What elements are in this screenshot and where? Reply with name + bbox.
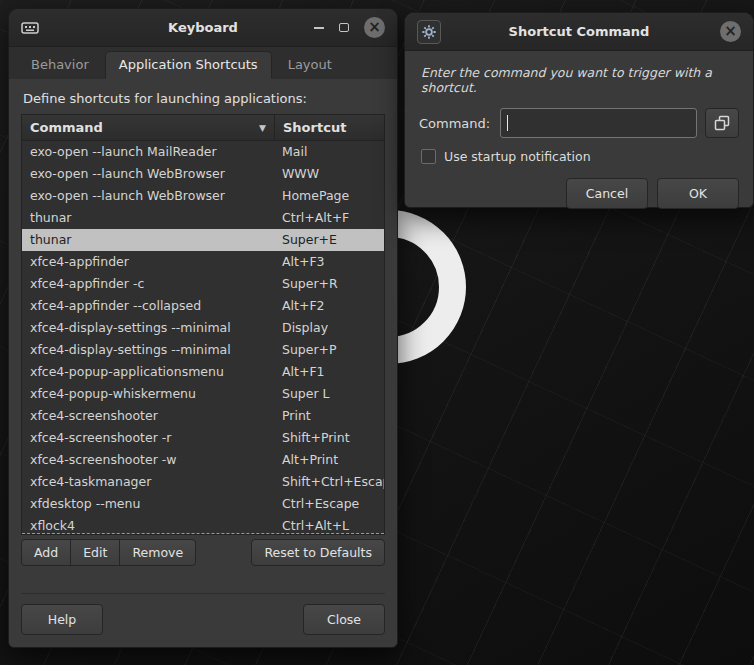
command-cell: exo-open --launch WebBrowser [22,163,274,185]
keyboard-icon [21,21,39,35]
maximize-button[interactable] [339,23,349,32]
shortcut-cell: Shift+Ctrl+Escape [274,471,384,493]
tab-application-shortcuts[interactable]: Application Shortcuts [105,51,272,79]
remove-button[interactable]: Remove [119,539,196,566]
dialog-body: Enter the command you want to trigger wi… [405,51,753,221]
maximize-icon [339,23,349,32]
command-cell: exo-open --launch MailReader [22,141,274,163]
command-cell: exo-open --launch WebBrowser [22,185,274,207]
table-row[interactable]: xfce4-appfinder -cSuper+R [22,273,384,295]
window-actions: Help Close [21,604,385,635]
startup-notification-option[interactable]: Use startup notification [421,149,739,164]
shortcut-cell: Super+P [274,339,384,361]
command-cell: thunar [22,207,274,229]
command-cell: xfce4-appfinder [22,251,274,273]
shortcut-command-dialog: Shortcut Command × Enter the command you… [404,12,754,208]
command-cell: xflock4 [22,515,274,534]
table-row[interactable]: xfce4-appfinder --collapsedAlt+F2 [22,295,384,317]
shortcut-cell: Alt+F1 [274,361,384,383]
separator [21,593,385,594]
command-input[interactable] [500,108,697,138]
command-cell: xfce4-taskmanager [22,471,274,493]
dialog-instruction: Enter the command you want to trigger wi… [421,65,739,95]
shortcuts-table: Command ▼ Shortcut exo-open --launch Mai… [21,114,385,535]
application-shortcuts-panel: Define shortcuts for launching applicati… [9,79,397,647]
startup-notification-checkbox[interactable] [421,149,436,164]
command-cell: xfce4-popup-applicationsmenu [22,361,274,383]
column-header-shortcut[interactable]: Shortcut [274,115,384,140]
column-header-command[interactable]: Command ▼ [22,115,274,140]
startup-notification-label: Use startup notification [444,149,591,164]
cancel-button[interactable]: Cancel [566,178,648,209]
shortcut-cell: Ctrl+Escape [274,493,384,515]
tab-strip: Behavior Application Shortcuts Layout [9,47,397,79]
sort-desc-icon: ▼ [259,123,266,133]
shortcut-cell: Print [274,405,384,427]
windows-stack-icon [714,115,730,131]
table-row[interactable]: exo-open --launch WebBrowserHomePage [22,185,384,207]
table-row[interactable]: exo-open --launch WebBrowserWWW [22,163,384,185]
application-picker-button[interactable] [705,108,739,138]
command-cell: xfce4-screenshooter -r [22,427,274,449]
table-row[interactable]: xfce4-screenshooter -wAlt+Print [22,449,384,471]
edit-button-group: Add Edit Remove [21,539,196,566]
command-cell: xfce4-appfinder -c [22,273,274,295]
dialog-title: Shortcut Command [405,24,753,39]
table-row[interactable]: xflock4Ctrl+Alt+L [22,515,384,534]
table-row[interactable]: xfce4-popup-applicationsmenuAlt+F1 [22,361,384,383]
table-actions: Add Edit Remove Reset to Defaults [21,539,385,566]
command-cell: xfdesktop --menu [22,493,274,515]
table-row[interactable]: thunarSuper+E [22,229,384,251]
command-cell: xfce4-screenshooter [22,405,274,427]
edit-button[interactable]: Edit [70,539,120,566]
command-cell: xfce4-popup-whiskermenu [22,383,274,405]
shortcut-cell: WWW [274,163,384,185]
shortcut-cell: Alt+F3 [274,251,384,273]
shortcuts-description: Define shortcuts for launching applicati… [23,91,385,106]
ok-button[interactable]: OK [657,178,739,209]
command-cell: thunar [22,229,274,251]
table-row[interactable]: thunarCtrl+Alt+F [22,207,384,229]
close-window-button[interactable]: Close [303,604,385,635]
command-cell: xfce4-screenshooter -w [22,449,274,471]
shortcut-cell: Shift+Print [274,427,384,449]
keyboard-titlebar[interactable]: Keyboard × [9,9,397,47]
gear-icon [417,20,441,44]
tab-behavior[interactable]: Behavior [17,51,103,79]
column-header-command-label: Command [30,120,103,135]
tab-layout[interactable]: Layout [274,51,346,79]
command-input-wrap [500,108,697,138]
table-row[interactable]: xfce4-screenshooterPrint [22,405,384,427]
command-row: Command: [419,108,739,138]
help-button[interactable]: Help [21,604,103,635]
table-row[interactable]: xfce4-screenshooter -rShift+Print [22,427,384,449]
dialog-titlebar[interactable]: Shortcut Command × [405,13,753,51]
text-caret [507,115,508,131]
table-header: Command ▼ Shortcut [22,115,384,141]
window-close-button[interactable]: × [364,17,385,38]
table-row[interactable]: xfdesktop --menuCtrl+Escape [22,493,384,515]
table-row[interactable]: xfce4-display-settings --minimalSuper+P [22,339,384,361]
command-label: Command: [419,116,490,131]
shortcut-cell: Mail [274,141,384,163]
command-cell: xfce4-appfinder --collapsed [22,295,274,317]
shortcut-cell: Super L [274,383,384,405]
shortcut-cell: Display [274,317,384,339]
add-button[interactable]: Add [21,539,71,566]
command-cell: xfce4-display-settings --minimal [22,317,274,339]
shortcut-cell: Ctrl+Alt+L [274,515,384,534]
table-row[interactable]: xfce4-taskmanagerShift+Ctrl+Escape [22,471,384,493]
shortcut-cell: HomePage [274,185,384,207]
table-row[interactable]: xfce4-display-settings --minimalDisplay [22,317,384,339]
table-row[interactable]: xfce4-appfinderAlt+F3 [22,251,384,273]
command-cell: xfce4-display-settings --minimal [22,339,274,361]
dialog-actions: Cancel OK [419,178,739,209]
shortcut-cell: Alt+Print [274,449,384,471]
table-row[interactable]: exo-open --launch MailReaderMail [22,141,384,163]
shortcut-cell: Super+R [274,273,384,295]
reset-defaults-button[interactable]: Reset to Defaults [251,539,385,566]
table-row[interactable]: xfce4-popup-whiskermenuSuper L [22,383,384,405]
shortcut-table-body[interactable]: exo-open --launch MailReaderMailexo-open… [22,141,384,534]
minimize-button[interactable] [314,27,324,29]
dialog-close-button[interactable]: × [720,21,741,42]
